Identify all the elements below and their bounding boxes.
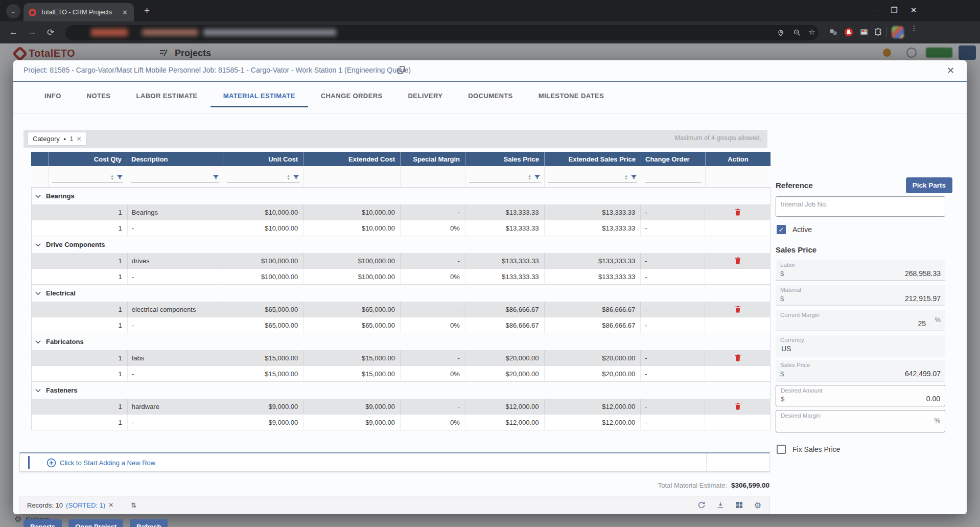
number-spinner-icon[interactable]: ▲▼ xyxy=(110,174,114,180)
cell-special-margin[interactable]: - xyxy=(401,302,465,317)
extensions-puzzle-icon[interactable] xyxy=(874,28,883,37)
cell-extended-cost[interactable]: $15,000.00 xyxy=(304,366,401,381)
cell-special-margin[interactable]: - xyxy=(401,350,465,365)
new-tab-button[interactable]: + xyxy=(144,5,150,16)
column-header-unit-cost[interactable]: Unit Cost xyxy=(223,152,304,166)
cell-change-order[interactable]: - xyxy=(641,269,705,284)
window-close-button[interactable]: ✕ xyxy=(906,6,921,15)
cell-description[interactable]: - xyxy=(128,317,224,333)
cell-extended-cost[interactable]: $15,000.00 xyxy=(304,350,401,365)
cell-sales-price[interactable]: $86,666.67 xyxy=(465,317,545,333)
column-header-extended-cost[interactable]: Extended Cost xyxy=(304,152,401,166)
add-new-row[interactable]: Click to Start Adding a New Row xyxy=(19,452,770,472)
cell-change-order[interactable]: - xyxy=(641,253,705,268)
field-labor[interactable]: Labor$268,958.33 xyxy=(776,260,945,281)
filter-cell-description[interactable] xyxy=(127,166,223,187)
cell-description[interactable]: - xyxy=(128,269,224,284)
cell-change-order[interactable]: - xyxy=(641,415,705,430)
filter-cell-change-order[interactable] xyxy=(641,166,706,187)
cell-special-margin[interactable]: 0% xyxy=(401,366,465,381)
column-header-action[interactable]: Action xyxy=(706,152,771,166)
download-icon[interactable] xyxy=(716,501,725,509)
filter-funnel-icon[interactable] xyxy=(534,174,541,180)
cell-cost-qty[interactable]: 1 xyxy=(32,269,128,284)
address-bar[interactable]: ☆ xyxy=(65,25,819,40)
chevron-down-icon[interactable] xyxy=(35,291,41,295)
table-row[interactable]: 1-$100,000.00$100,000.000%$133,333.33$13… xyxy=(32,269,770,285)
group-row-bearings[interactable]: Bearings xyxy=(32,188,770,204)
field-current-margin[interactable]: Current Margin25% xyxy=(776,310,945,331)
back-icon[interactable]: ← xyxy=(9,27,18,37)
column-header-change-order[interactable]: Change Order xyxy=(641,152,706,166)
extension-blocker-icon[interactable] xyxy=(844,28,853,37)
cell-cost-qty[interactable]: 1 xyxy=(32,302,128,317)
filter-cell-cost-qty[interactable]: ▲▼ xyxy=(49,166,127,187)
cell-extended-sales-price[interactable]: $20,000.00 xyxy=(545,366,641,381)
group-chip-category[interactable]: Category ▲ 1 ✕ xyxy=(28,132,87,146)
window-maximize-button[interactable]: ❐ xyxy=(886,6,902,15)
cell-special-margin[interactable]: - xyxy=(401,204,465,220)
cell-unit-cost[interactable]: $10,000.00 xyxy=(223,220,304,236)
cell-extended-cost[interactable]: $100,000.00 xyxy=(304,269,401,284)
active-checkbox-row[interactable]: ✓ Active xyxy=(777,225,812,234)
cell-unit-cost[interactable]: $100,000.00 xyxy=(223,269,304,284)
internal-job-no-input[interactable] xyxy=(776,196,945,217)
cell-description[interactable]: fabs xyxy=(128,350,224,365)
refresh-grid-icon[interactable] xyxy=(697,501,706,509)
column-header-description[interactable]: Description xyxy=(127,152,223,166)
filter-input[interactable] xyxy=(645,172,702,182)
cell-cost-qty[interactable]: 1 xyxy=(32,253,128,268)
tab-milestone-dates[interactable]: MILESTONE DATES xyxy=(526,86,617,107)
cell-extended-cost[interactable]: $9,000.00 xyxy=(304,399,401,414)
tab-documents[interactable]: DOCUMENTS xyxy=(455,86,525,107)
cell-sales-price[interactable]: $86,666.67 xyxy=(465,302,545,317)
bookmark-star-icon[interactable]: ☆ xyxy=(808,28,815,37)
tab-material-estimate[interactable]: MATERIAL ESTIMATE xyxy=(211,86,308,107)
table-row[interactable]: 1-$15,000.00$15,000.000%$20,000.00$20,00… xyxy=(32,366,770,382)
group-row-drive-components[interactable]: Drive Components xyxy=(32,236,770,253)
cell-sales-price[interactable]: $12,000.00 xyxy=(465,399,545,414)
number-spinner-icon[interactable]: ▲▼ xyxy=(528,174,531,180)
cell-special-margin[interactable]: 0% xyxy=(401,317,465,333)
cell-description[interactable]: - xyxy=(128,366,224,381)
field-desired-margin[interactable]: Desired Margin% xyxy=(776,410,945,432)
filter-funnel-icon[interactable] xyxy=(213,174,219,180)
delete-row-trash-icon[interactable] xyxy=(734,402,741,410)
fix-sales-price-row[interactable]: Fix Sales Price xyxy=(777,445,840,454)
zoom-icon[interactable] xyxy=(793,29,801,37)
cell-change-order[interactable]: - xyxy=(641,399,705,414)
cell-extended-sales-price[interactable]: $13,333.33 xyxy=(545,220,641,236)
window-minimize-button[interactable]: – xyxy=(867,6,882,14)
cell-sales-price[interactable]: $133,333.33 xyxy=(465,253,545,268)
cell-extended-cost[interactable]: $10,000.00 xyxy=(304,220,401,236)
cell-description[interactable]: - xyxy=(128,220,224,236)
cell-special-margin[interactable]: - xyxy=(401,399,465,414)
cell-description[interactable]: electrical components xyxy=(128,302,224,317)
forward-icon[interactable]: → xyxy=(28,27,37,37)
clear-sort-icon[interactable]: ✕ xyxy=(108,501,113,509)
cell-unit-cost[interactable]: $100,000.00 xyxy=(223,253,304,268)
columns-grid-icon[interactable] xyxy=(735,501,743,509)
cell-unit-cost[interactable]: $15,000.00 xyxy=(223,366,304,381)
open-project-button[interactable]: Open Project xyxy=(68,519,123,527)
column-header-special-margin[interactable]: Special Margin xyxy=(401,152,465,166)
cell-unit-cost[interactable]: $9,000.00 xyxy=(223,415,304,430)
cell-extended-sales-price[interactable]: $12,000.00 xyxy=(545,415,641,430)
cell-description[interactable]: hardware xyxy=(128,399,224,414)
table-row[interactable]: 1-$9,000.00$9,000.000%$12,000.00$12,000.… xyxy=(32,415,770,430)
cell-extended-cost[interactable]: $65,000.00 xyxy=(304,302,401,317)
group-row-fasteners[interactable]: Fasteners xyxy=(32,382,770,399)
filter-cell-sales-price[interactable]: ▲▼ xyxy=(465,166,545,187)
delete-row-trash-icon[interactable] xyxy=(734,257,741,265)
tab-labor-estimate[interactable]: LABOR ESTIMATE xyxy=(123,86,210,107)
cell-special-margin[interactable]: - xyxy=(401,253,465,268)
cell-extended-cost[interactable]: $10,000.00 xyxy=(304,204,401,220)
table-row[interactable]: 1-$10,000.00$10,000.000%$13,333.33$13,33… xyxy=(32,220,770,236)
cell-change-order[interactable]: - xyxy=(641,317,705,333)
location-pin-icon[interactable] xyxy=(777,29,785,37)
cell-extended-sales-price[interactable]: $133,333.33 xyxy=(545,269,641,284)
cell-cost-qty[interactable]: 1 xyxy=(32,317,128,333)
cell-change-order[interactable]: - xyxy=(641,220,705,236)
refresh-button[interactable]: Refresh xyxy=(130,519,168,527)
reports-button[interactable]: Reports xyxy=(24,519,62,527)
